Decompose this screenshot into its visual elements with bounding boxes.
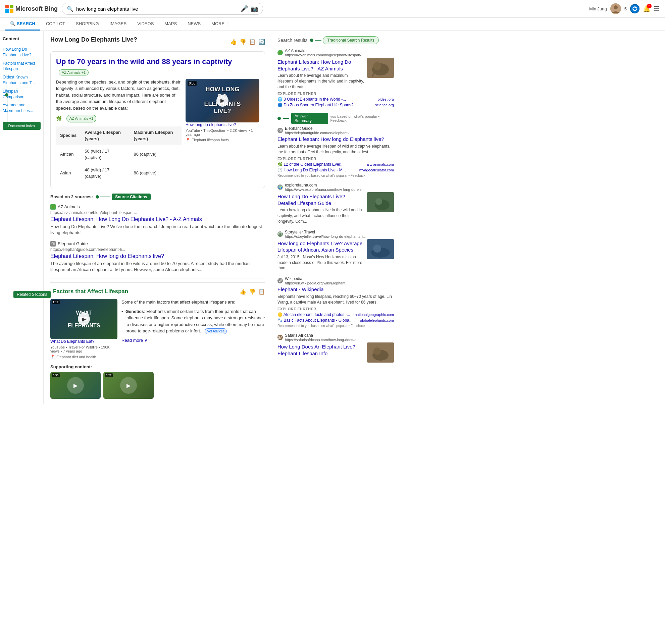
r-site-name-5: Wikipedia <box>285 276 345 281</box>
r-explore-link-2a: 🌿 12 of the Oldest Elephants Ever... a-z… <box>278 162 394 167</box>
refresh-button[interactable]: 🔄 <box>258 39 265 45</box>
sidebar-title: Content <box>3 36 41 41</box>
nav-search[interactable]: 🔍 SEARCH <box>5 18 40 31</box>
factors-thumbs-up[interactable]: 👍 <box>240 289 246 295</box>
reward-badge[interactable] <box>630 4 640 14</box>
document-index-button[interactable]: Document Index <box>3 122 41 130</box>
species-african: African <box>56 145 80 164</box>
r-title-4[interactable]: How long do Elephants Live? Average Life… <box>278 240 364 253</box>
factors-video-location: 📍 Elephant diet and health <box>50 354 117 359</box>
supporting-label: Supporting content: <box>50 364 265 369</box>
explore-domain-2a: a-z-animals.com <box>367 162 394 167</box>
r-url-2: https://elephantguide.com/en/elephant-li… <box>285 131 353 135</box>
r-title-1[interactable]: Elephant Lifespan: How Long Do Elephants… <box>278 59 364 72</box>
r-snippet-1: Learn about the average and maximum life… <box>278 73 364 90</box>
lifespan-table: Species Average Lifespan (years) Maximum… <box>56 126 182 182</box>
recommended-text-2: Recommended to you based on what's popul… <box>278 174 394 177</box>
copy-button[interactable]: 📋 <box>249 39 256 45</box>
factors-video-thumbnail[interactable]: 1:12 WHATDOELEPHANTS ▶ <box>50 299 117 339</box>
african-maximum: 86 (captive) <box>130 145 182 164</box>
explore-domain-2b: myagecalculator.com <box>359 168 394 172</box>
factors-location-icon: 📍 <box>50 354 55 359</box>
nav-copilot[interactable]: COPILOT <box>41 18 70 31</box>
citation-url-2: https://elephantguide.com/en/elephant-li… <box>50 247 265 252</box>
vet-badge: Vet Advices <box>205 328 227 334</box>
r-site-name-3: explorefauna.com <box>285 183 365 188</box>
nav-maps[interactable]: MAPS <box>160 18 182 31</box>
badge-dot <box>96 195 99 199</box>
explore-link-2b[interactable]: 🕐 How Long Do Elephants Live - M... <box>278 168 346 172</box>
nav-news[interactable]: NEWS <box>183 18 205 31</box>
answer-source-badge[interactable]: AZ Animals +1 <box>59 70 89 76</box>
nav-images[interactable]: IMAGES <box>105 18 132 31</box>
factors-copy[interactable]: 📋 <box>258 289 265 295</box>
sidebar-item-comparison[interactable]: Lifespan Comparison ... <box>3 87 41 101</box>
asian-maximum: 88 (captive) <box>130 164 182 182</box>
right-result-3: 🌍 explorefauna.com https://www.explorefa… <box>278 183 394 224</box>
traditional-badge-row: Traditional Search Results <box>310 36 378 44</box>
thumbs-up-button[interactable]: 👍 <box>230 39 237 45</box>
right-result-6: SA Safaris Africana https://safarisafric… <box>278 333 394 363</box>
answer-source-row: 🌿 AZ Animals +1 <box>56 115 182 122</box>
elephant-image-4 <box>367 239 394 259</box>
r-title-5[interactable]: Elephant - Wikipedia <box>278 286 394 293</box>
r-title-2[interactable]: Elephant Lifespan: How long do Elephants… <box>278 136 394 142</box>
answer-headline-row: Up to 70 years in the wild and 88 years … <box>56 57 259 76</box>
leaf-icon: 🌿 <box>56 115 62 122</box>
right-result-1: 🌿 AZ Animals https://a-z-animals.com/blo… <box>278 48 394 107</box>
supporting-duration-2: 5:22 <box>105 373 113 377</box>
notifications-button[interactable]: 🔔 2 <box>643 5 650 13</box>
factors-video-title[interactable]: What Do Elephants Eat? <box>50 339 117 344</box>
r-title-3[interactable]: How Long Do Elephants Live? Detailed Lif… <box>278 193 364 206</box>
factors-title-row: Related Sections Factors that Affect Lif… <box>50 288 128 295</box>
answer-source-badge-2[interactable]: AZ Animals +1 <box>66 115 96 122</box>
right-result-2: 🗺 Elephant Guide https://elephantguide.c… <box>278 126 394 177</box>
video-thumbnail[interactable]: 0:58 HOW LONGDOELEPHANTSLIVE? ▶ <box>186 79 259 122</box>
read-more-button[interactable]: Read more ∨ <box>121 337 265 344</box>
microphone-icon[interactable]: 🎤 <box>241 5 248 13</box>
video-title-link[interactable]: How long do elephants live? <box>186 122 259 127</box>
r-source-5: W Wikipedia https://en.wikipedia.org/wik… <box>278 276 394 285</box>
search-bar[interactable]: 🔍 🎤 📷 <box>62 3 263 15</box>
supporting-thumb-2[interactable]: 5:22 ▶ <box>103 372 154 399</box>
right-panel: Search results Traditional Search Result… <box>272 31 399 404</box>
explore-link-1a[interactable]: 🌐 8 Oldest Elephants in the World -... <box>278 97 346 102</box>
r-url-1: https://a-z-animals.com/blog/elephant-li… <box>285 53 364 57</box>
answer-headline: Up to 70 years in the wild and 88 years … <box>56 57 232 67</box>
play-button[interactable]: ▶ <box>216 95 228 107</box>
r-url-5: https://en.wikipedia.org/wiki/Elephant <box>285 281 345 285</box>
camera-icon[interactable]: 📷 <box>251 5 258 13</box>
nav-more[interactable]: MORE ⋮ <box>207 18 235 31</box>
nav-shopping[interactable]: SHOPPING <box>71 18 104 31</box>
badge-line <box>100 197 110 197</box>
citation-title-2[interactable]: Elephant Lifespan: How long do Elephants… <box>50 253 265 259</box>
explore-link-2a[interactable]: 🌿 12 of the Oldest Elephants Ever... <box>278 162 344 167</box>
menu-button[interactable]: ☰ <box>653 5 660 13</box>
sidebar-item-factors[interactable]: Factors that Affect Lifespan <box>3 59 41 74</box>
citation-title-1[interactable]: Elephant Lifespan: How Long Do Elephants… <box>50 216 265 222</box>
reward-icon <box>632 6 638 12</box>
search-input[interactable] <box>76 6 238 12</box>
answer-body: Depending on the species, sex, and origi… <box>56 79 259 182</box>
r-thumb-6 <box>367 343 394 363</box>
sidebar-item-oldest[interactable]: Oldest Known Elephants and T... <box>3 73 41 87</box>
nav-videos[interactable]: VIDEOS <box>133 18 158 31</box>
r-snippet-3: Learn how long elephants live in the wil… <box>278 207 364 224</box>
explore-link-1b[interactable]: 🔵 Do Zoos Shorten Elephant Life Spans? <box>278 103 353 107</box>
thumbs-down-button[interactable]: 👎 <box>240 39 246 45</box>
supporting-play-2[interactable]: ▶ <box>120 377 137 394</box>
sidebar-item-how-long[interactable]: How Long Do Elephants Live? <box>3 45 41 59</box>
supporting-play-1[interactable]: ▶ <box>67 377 84 394</box>
location-icon: 📍 <box>186 138 190 142</box>
supporting-thumb-1[interactable]: 0:33 ▶ <box>50 372 101 399</box>
factors-intro: Some of the main factors that affect ele… <box>121 299 265 306</box>
explore-link-5b[interactable]: 🐾 Basic Facts About Elephants - Globa... <box>278 318 353 323</box>
sidebar-item-average[interactable]: Average and Maximum Lifes... <box>3 101 41 115</box>
table-header-species: Species <box>56 126 80 145</box>
explore-link-5a[interactable]: 🟡 African elephant, facts and photos -..… <box>278 312 350 317</box>
r-title-6[interactable]: How Long Does An Elephant Live? Elephant… <box>278 344 364 356</box>
r-site-icon-5: W <box>278 278 283 284</box>
factors-thumbs-down[interactable]: 👎 <box>249 289 256 295</box>
r-explore-link-2b: 🕐 How Long Do Elephants Live - M... myag… <box>278 168 394 172</box>
elephant-image-3 <box>367 192 394 212</box>
